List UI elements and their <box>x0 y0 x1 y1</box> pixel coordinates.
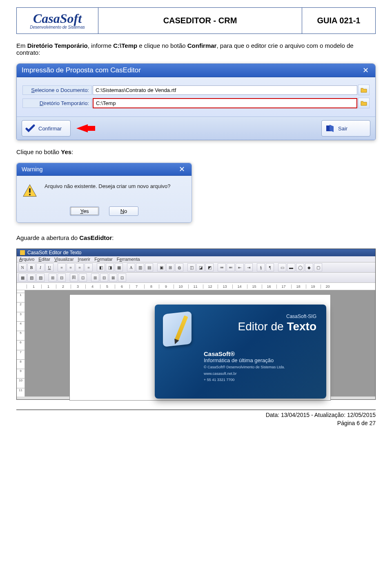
toolbar-icon[interactable]: ⊡ <box>118 273 126 282</box>
editor-title: CasaSoft Editor de Texto <box>27 250 82 255</box>
editor-menubar[interactable]: Arquivo Editar Visualizar Inserir Format… <box>17 256 375 262</box>
exit-button[interactable]: Sair <box>321 120 370 137</box>
indent-decrease-button[interactable]: ⇤ <box>236 263 244 271</box>
browse-tempdir-button[interactable] <box>358 98 370 108</box>
splash-tagline: Informática de última geração <box>204 357 316 363</box>
warning-icon <box>22 183 37 199</box>
toolbar-icon[interactable]: ◆ <box>305 263 313 271</box>
menu-formatar[interactable]: Formatar <box>94 257 113 262</box>
vertical-ruler[interactable]: 1234567891011 <box>17 290 25 397</box>
logo-subtitle: Desenvolvimento de Sistemas <box>20 25 95 29</box>
warning-dialog: Warning ✕ Arquivo não existente. Deseja … <box>16 163 192 223</box>
red-arrow-indicator <box>76 124 88 132</box>
toolbar-icon[interactable]: ⊞ <box>49 273 57 282</box>
exit-icon <box>325 123 335 133</box>
toolbar-icon[interactable]: ▬ <box>287 263 295 271</box>
toolbar-icon[interactable]: A <box>127 263 135 271</box>
splash-brand: CasaSoft-SIG <box>204 314 316 319</box>
splash-screen: CasaSoft-SIG Editor de Texto CasaSoft® I… <box>155 305 326 399</box>
align-center-button[interactable]: ≡ <box>67 263 75 271</box>
format-bold-button[interactable]: B <box>27 263 36 271</box>
toolbar-icon[interactable]: ▣ <box>157 263 165 271</box>
toolbar-icon[interactable]: ⊠ <box>109 273 117 282</box>
svg-rect-2 <box>29 194 31 195</box>
folder-icon <box>361 87 367 93</box>
toolbar-icon[interactable]: ⊟ <box>58 273 66 282</box>
horizontal-ruler[interactable]: 11234567891011121314151617181920 <box>17 283 375 290</box>
menu-arquivo[interactable]: Arquivo <box>19 257 34 262</box>
toolbar-icon[interactable]: ⊞ <box>91 273 99 282</box>
toolbar-icon[interactable]: ▥ <box>136 263 144 271</box>
svg-rect-3 <box>20 250 25 255</box>
instruction-3: Aguarde a abertura do CasEdidtor: <box>16 234 376 241</box>
menu-visualizar[interactable]: Visualizar <box>54 257 74 262</box>
toolbar-icon[interactable]: ▢ <box>314 263 322 271</box>
toolbar-icon[interactable]: ⊟ <box>100 273 108 282</box>
no-button[interactable]: No <box>109 206 138 216</box>
toolbar-icon[interactable]: ▤ <box>145 263 153 271</box>
print-dialog-title: Impressão de Proposta com CasEditor <box>22 66 141 74</box>
toolbar-icon[interactable]: ◪ <box>196 263 205 271</box>
splash-phone: + 55 41 3321 7700 <box>204 378 316 383</box>
folder-icon <box>361 100 367 106</box>
browse-document-button[interactable] <box>358 85 370 95</box>
doc-title: CASEDITOR - CRM <box>98 8 302 34</box>
svg-rect-1 <box>29 188 31 193</box>
editor-toolbar-1[interactable]: N B I U ≡ ≡ ≡ ≡ ◧ ◨ ▦ A ▥ ▤ ▣ ⊞ ◍ ◫ ◪ ◩ <box>17 262 375 273</box>
temp-dir-input[interactable] <box>93 98 357 108</box>
footer-page: Página 6 de 27 <box>16 420 376 426</box>
align-justify-button[interactable]: ≡ <box>85 263 93 271</box>
splash-copyright: © CasaSoft® Desenvolvimento de Sistemas … <box>204 365 316 370</box>
close-icon[interactable]: ✕ <box>177 166 187 173</box>
toolbar-icon[interactable]: ▦ <box>115 263 123 271</box>
select-document-input[interactable] <box>93 85 357 95</box>
align-right-button[interactable]: ≡ <box>76 263 84 271</box>
toolbar-icon[interactable]: § <box>257 263 265 271</box>
toolbar-icon[interactable]: ▭ <box>278 263 286 271</box>
caseditor-window: CasaSoft Editor de Texto Arquivo Editar … <box>16 249 376 400</box>
splash-website: www.casasoft.net.br <box>204 372 316 376</box>
toolbar-icon[interactable]: 田 <box>70 273 78 282</box>
editor-toolbar-2[interactable]: ▦ ▧ ▨ ⊞ ⊟ 田 ⊡ ⊞ ⊟ ⊠ ⊡ <box>17 273 375 283</box>
toolbar-icon[interactable]: ◨ <box>106 263 114 271</box>
warning-titlebar[interactable]: Warning ✕ <box>17 163 192 176</box>
menu-editar[interactable]: Editar <box>38 257 50 262</box>
toolbar-icon[interactable]: ¶ <box>266 263 274 271</box>
toolbar-icon[interactable]: ◧ <box>97 263 105 271</box>
toolbar-icon[interactable]: ▦ <box>18 273 27 282</box>
toolbar-icon[interactable]: ▨ <box>36 273 45 282</box>
list-bullets-button[interactable]: ≔ <box>218 263 226 271</box>
splash-company: CasaSoft® <box>204 350 316 357</box>
instruction-1: Em Diretório Temporário, informe C:\Temp… <box>16 42 376 56</box>
toolbar-icon[interactable]: ⊡ <box>79 273 87 282</box>
app-icon <box>20 250 25 255</box>
guide-code: GUIA 021-1 <box>302 8 376 34</box>
menu-ferramenta[interactable]: Ferramenta <box>117 257 140 262</box>
toolbar-icon[interactable]: ◍ <box>175 263 183 271</box>
toolbar-icon[interactable]: ▧ <box>27 273 36 282</box>
warning-message: Arquivo não existente. Deseja criar um n… <box>45 183 186 189</box>
logo-name: CasaSoft <box>20 12 95 25</box>
align-left-button[interactable]: ≡ <box>58 263 66 271</box>
instruction-2: Clique no botão Yes: <box>16 148 376 155</box>
splash-title: Editor de Texto <box>204 320 316 333</box>
format-underline-button[interactable]: U <box>45 263 53 271</box>
print-dialog-titlebar[interactable]: Impressão de Proposta com CasEditor ✕ <box>17 64 375 77</box>
toolbar-icon[interactable]: ⊞ <box>166 263 174 271</box>
close-icon[interactable]: ✕ <box>361 67 370 74</box>
list-numbers-button[interactable]: ≕ <box>227 263 235 271</box>
confirm-button[interactable]: Confirmar <box>22 120 71 137</box>
yes-button[interactable]: Yes <box>70 206 99 216</box>
toolbar-icon[interactable]: ◯ <box>296 263 304 271</box>
menu-inserir[interactable]: Inserir <box>78 257 91 262</box>
print-dialog: Impressão de Proposta com CasEditor ✕ Se… <box>16 63 376 140</box>
check-icon <box>25 123 35 133</box>
format-italic-button[interactable]: I <box>36 263 45 271</box>
editor-titlebar[interactable]: CasaSoft Editor de Texto <box>17 249 375 256</box>
warning-title: Warning <box>22 166 43 173</box>
toolbar-icon[interactable]: ◩ <box>205 263 214 271</box>
indent-increase-button[interactable]: ⇥ <box>245 263 253 271</box>
select-document-label: Selecione o Documento: <box>22 85 92 95</box>
format-normal-button[interactable]: N <box>18 263 27 271</box>
toolbar-icon[interactable]: ◫ <box>187 263 196 271</box>
